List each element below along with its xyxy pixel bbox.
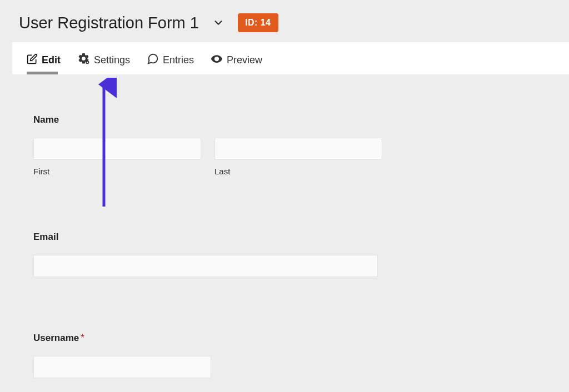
username-label-text: Username (33, 333, 79, 343)
tab-settings-label: Settings (94, 54, 130, 66)
last-name-col: Last (214, 138, 382, 176)
first-name-col: First (33, 138, 201, 176)
tab-bar: Edit Settings Entries Preview (12, 42, 569, 74)
last-name-input[interactable] (214, 138, 382, 160)
first-name-input[interactable] (33, 138, 201, 160)
tab-entries-label: Entries (163, 54, 194, 66)
email-field-block: Email (33, 232, 569, 277)
tab-edit-label: Edit (42, 54, 61, 66)
username-field-block: Username* (33, 333, 569, 378)
username-label: Username* (33, 333, 569, 344)
page-title: User Registration Form 1 (19, 14, 199, 32)
name-label: Name (33, 114, 569, 125)
tab-preview[interactable]: Preview (211, 53, 262, 68)
username-input[interactable] (33, 356, 211, 378)
name-row: First Last (33, 138, 569, 176)
tab-edit[interactable]: Edit (27, 53, 61, 67)
gear-icon (77, 52, 90, 68)
form-id-badge: ID: 14 (238, 13, 278, 32)
last-name-sublabel: Last (214, 167, 382, 176)
tab-settings[interactable]: Settings (77, 52, 130, 68)
comment-icon (147, 53, 159, 68)
tab-preview-label: Preview (227, 54, 262, 66)
eye-icon (211, 53, 223, 68)
svg-point-1 (87, 62, 88, 63)
edit-icon (27, 53, 38, 67)
name-field-block: Name First Last (33, 114, 569, 176)
svg-point-2 (216, 57, 218, 60)
required-mark: * (81, 333, 84, 343)
email-label: Email (33, 232, 569, 243)
email-input[interactable] (33, 255, 378, 277)
first-name-sublabel: First (33, 167, 201, 176)
title-chevron-down-icon[interactable] (209, 14, 228, 31)
form-canvas: Name First Last Email Username* (12, 74, 569, 378)
tab-entries[interactable]: Entries (147, 53, 194, 68)
page-header: User Registration Form 1 ID: 14 (0, 0, 569, 42)
